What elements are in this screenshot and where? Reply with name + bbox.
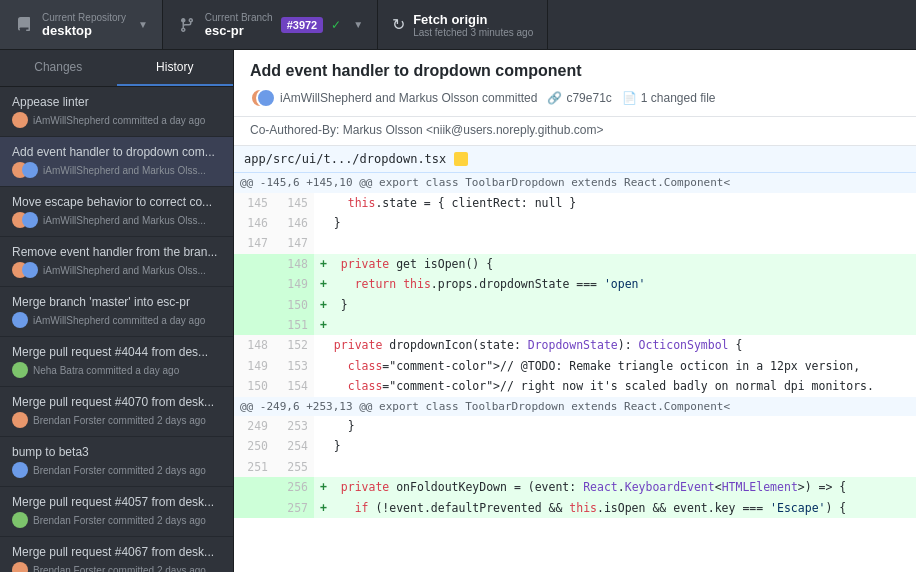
commit-item[interactable]: Merge pull request #4057 from desk...Bre… xyxy=(0,487,233,537)
author-avatars xyxy=(250,88,270,108)
commit-item-title: Merge pull request #4067 from desk... xyxy=(12,545,221,559)
commit-item[interactable]: Appease linteriAmWillShepherd committed … xyxy=(0,87,233,137)
diff-line: 149+ return this.props.dropdownState ===… xyxy=(234,274,916,294)
tab-changes[interactable]: Changes xyxy=(0,50,117,86)
line-num-old: 148 xyxy=(234,335,274,355)
commit-item-meta: iAmWillShepherd committed a day ago xyxy=(12,312,221,328)
diff-file-path: app/src/ui/t.../dropdown.tsx xyxy=(244,152,446,166)
sidebar: Changes History Appease linteriAmWillShe… xyxy=(0,50,234,572)
avatar xyxy=(12,412,28,428)
commit-authors: iAmWillShepherd and Markus Olsson commit… xyxy=(280,91,537,105)
line-num-new: 146 xyxy=(274,213,314,233)
diff-context-header: @@ -249,6 +253,13 @@ export class Toolba… xyxy=(234,397,916,417)
diff-line: 256+ private onFoldoutKeyDown = (event: … xyxy=(234,477,916,497)
diff-line: 249253 } xyxy=(234,416,916,436)
diff-line: @@ -249,6 +253,13 @@ export class Toolba… xyxy=(234,397,916,417)
commit-item[interactable]: bump to beta3Brendan Forster committed 2… xyxy=(0,437,233,487)
line-num-old xyxy=(234,498,274,518)
branch-label: Current Branch xyxy=(205,12,273,23)
line-num-old: 249 xyxy=(234,416,274,436)
diff-line: 150+ } xyxy=(234,295,916,315)
line-num-old: 147 xyxy=(234,233,274,253)
diff-line: 148+ private get isOpen() { xyxy=(234,254,916,274)
diff-line: 147147 xyxy=(234,233,916,253)
avatar-pair xyxy=(12,262,38,278)
commit-item[interactable]: Merge pull request #4044 from des...Neha… xyxy=(0,337,233,387)
line-code: } xyxy=(314,416,916,436)
line-num-new: 255 xyxy=(274,457,314,477)
fetch-button[interactable]: ↻ Fetch origin Last fetched 3 minutes ag… xyxy=(378,0,548,49)
changed-files-label: 1 changed file xyxy=(641,91,716,105)
commit-item[interactable]: Merge pull request #4070 from desk...Bre… xyxy=(0,387,233,437)
diff-context-header: @@ -145,6 +145,10 @@ export class Toolba… xyxy=(234,173,916,193)
repo-label: Current Repository xyxy=(42,12,126,23)
pr-badge: #3972 xyxy=(281,17,324,33)
commit-item-meta: Brendan Forster committed 2 days ago xyxy=(12,512,221,528)
line-num-new: 153 xyxy=(274,356,314,376)
diff-line: 251255 xyxy=(234,457,916,477)
tab-history[interactable]: History xyxy=(117,50,234,86)
fetch-label: Fetch origin xyxy=(413,12,533,27)
commit-item[interactable]: Remove event handler from the bran...iAm… xyxy=(0,237,233,287)
commit-item-meta: iAmWillShepherd committed a day ago xyxy=(12,112,221,128)
commit-item-title: Merge branch 'master' into esc-pr xyxy=(12,295,221,309)
commit-item-meta: Neha Batra committed a day ago xyxy=(12,362,221,378)
commit-item-title: Merge pull request #4044 from des... xyxy=(12,345,221,359)
commit-title: Add event handler to dropdown component xyxy=(250,62,900,80)
line-num-new: 154 xyxy=(274,376,314,396)
avatar xyxy=(12,562,28,572)
avatar xyxy=(12,362,28,378)
line-code: + } xyxy=(314,295,916,315)
commit-item-author: iAmWillShepherd committed a day ago xyxy=(33,115,205,126)
diff-line: 250254 } xyxy=(234,436,916,456)
line-num-new: 253 xyxy=(274,416,314,436)
line-code xyxy=(314,457,916,477)
repo-icon xyxy=(14,15,34,35)
line-num-old xyxy=(234,254,274,274)
commit-item[interactable]: Merge branch 'master' into esc-priAmWill… xyxy=(0,287,233,337)
line-num-new: 149 xyxy=(274,274,314,294)
commit-item[interactable]: Add event handler to dropdown com...iAmW… xyxy=(0,137,233,187)
line-num-old xyxy=(234,477,274,497)
line-num-old: 149 xyxy=(234,356,274,376)
fetch-sub: Last fetched 3 minutes ago xyxy=(413,27,533,38)
line-num-old xyxy=(234,274,274,294)
diff-line: 149153 class="comment-color">// @TODO: R… xyxy=(234,356,916,376)
check-icon: ✓ xyxy=(331,18,341,32)
repo-selector[interactable]: Current Repository desktop ▼ xyxy=(0,0,163,49)
commit-item[interactable]: Move escape behavior to correct co...iAm… xyxy=(0,187,233,237)
diff-container[interactable]: app/src/ui/t.../dropdown.tsx @@ -145,6 +… xyxy=(234,146,916,572)
topbar: Current Repository desktop ▼ Current Bra… xyxy=(0,0,916,50)
diff-table: @@ -145,6 +145,10 @@ export class Toolba… xyxy=(234,173,916,518)
diff-line: 146146 } xyxy=(234,213,916,233)
commit-item-title: Merge pull request #4070 from desk... xyxy=(12,395,221,409)
avatar xyxy=(22,162,38,178)
avatar xyxy=(12,312,28,328)
line-num-new: 145 xyxy=(274,193,314,213)
hash-value: c79e71c xyxy=(566,91,611,105)
coauthored-line: Co-Authored-By: Markus Olsson <niik@user… xyxy=(234,117,916,146)
line-num-old: 146 xyxy=(234,213,274,233)
branch-name: esc-pr xyxy=(205,23,273,38)
commit-item-author: Brendan Forster committed 2 days ago xyxy=(33,515,206,526)
avatar xyxy=(22,262,38,278)
line-num-new: 152 xyxy=(274,335,314,355)
line-num-new: 148 xyxy=(274,254,314,274)
commit-item-author: Neha Batra committed a day ago xyxy=(33,365,179,376)
main-layout: Changes History Appease linteriAmWillShe… xyxy=(0,50,916,572)
commit-item-meta: Brendan Forster committed 2 days ago xyxy=(12,412,221,428)
commit-item-author: iAmWillShepherd committed a day ago xyxy=(33,315,205,326)
commit-item-author: iAmWillShepherd and Markus Olss... xyxy=(43,165,206,176)
line-code: private dropdownIcon(state: DropdownStat… xyxy=(314,335,916,355)
line-num-new: 151 xyxy=(274,315,314,335)
commit-list: Appease linteriAmWillShepherd committed … xyxy=(0,87,233,572)
line-num-old: 250 xyxy=(234,436,274,456)
branch-selector[interactable]: Current Branch esc-pr #3972 ✓ ▼ xyxy=(163,0,378,49)
diff-line: @@ -145,6 +145,10 @@ export class Toolba… xyxy=(234,173,916,193)
commit-item-author: iAmWillShepherd and Markus Olss... xyxy=(43,215,206,226)
avatar xyxy=(12,462,28,478)
avatar-pair xyxy=(12,212,38,228)
diff-line: 151+ xyxy=(234,315,916,335)
commit-item[interactable]: Merge pull request #4067 from desk...Bre… xyxy=(0,537,233,572)
branch-info: Current Branch esc-pr xyxy=(205,12,273,38)
